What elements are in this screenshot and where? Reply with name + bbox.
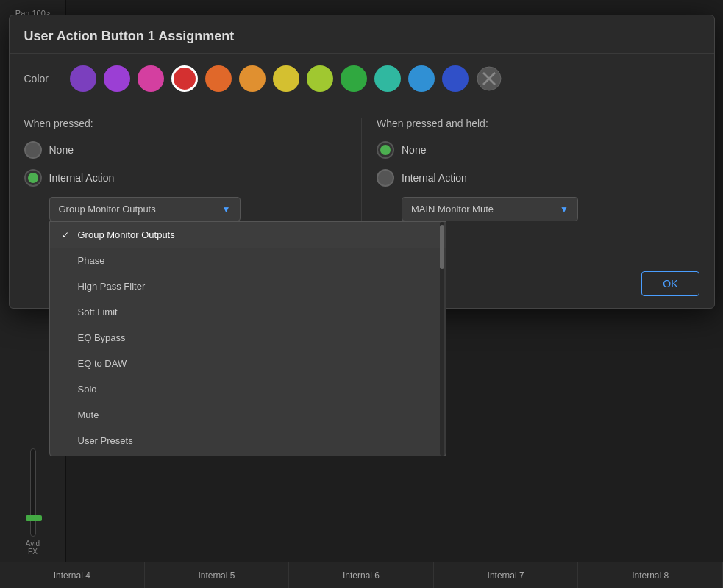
color-swatch-amber[interactable] xyxy=(239,65,266,92)
dropdown-item[interactable]: Mute xyxy=(50,402,446,428)
dropdown-item[interactable]: Solo xyxy=(50,376,446,402)
color-swatch-yellow[interactable] xyxy=(273,65,299,92)
when-pressed-column: When pressed: None Internal Action Group… xyxy=(24,118,363,296)
pressed-dropdown-button[interactable]: Group Monitor Outputs ▼ xyxy=(49,197,241,221)
held-dropdown-container: MAIN Monitor Mute ▼ xyxy=(402,197,699,221)
dropdown-item-label: EQ to DAW xyxy=(78,358,127,369)
color-swatch-purple1[interactable] xyxy=(70,65,96,92)
color-swatch-yellow-green[interactable] xyxy=(307,65,333,92)
dropdown-item-label: Soft Limit xyxy=(78,306,118,318)
dropdown-item-label: Solo xyxy=(78,384,97,395)
pressed-internal-action-radio[interactable] xyxy=(24,169,42,187)
bottom-tab-internal-6[interactable]: Internal 6 xyxy=(289,562,434,589)
dropdown-item[interactable]: Soft Limit xyxy=(50,299,446,325)
held-dropdown-value: MAIN Monitor Mute xyxy=(411,204,494,215)
dialog-body: Color When pressed: None Internal Action xyxy=(10,54,714,308)
held-internal-action-radio[interactable] xyxy=(377,169,394,187)
pressed-dropdown-value: Group Monitor Outputs xyxy=(59,204,156,215)
color-swatch-purple2[interactable] xyxy=(104,65,130,92)
assignment-dialog: User Action Button 1 Assignment Color Wh… xyxy=(9,15,715,309)
pressed-internal-action-label: Internal Action xyxy=(49,172,115,184)
ok-button[interactable]: OK xyxy=(641,271,699,296)
color-swatch-teal[interactable] xyxy=(374,65,401,92)
color-swatch-red[interactable] xyxy=(171,65,198,92)
held-none-label: None xyxy=(402,144,426,156)
held-dropdown-arrow: ▼ xyxy=(560,204,569,215)
dropdown-item[interactable]: User Presets xyxy=(50,428,446,453)
dropdown-item-label: Mute xyxy=(78,409,99,420)
color-swatch-indigo[interactable] xyxy=(442,65,469,92)
pressed-none-option[interactable]: None xyxy=(24,141,347,159)
held-none-option[interactable]: None xyxy=(377,141,699,159)
color-swatches xyxy=(70,65,502,92)
dropdown-scrollbar[interactable] xyxy=(440,222,444,456)
dropdown-item[interactable]: High Pass Filter xyxy=(50,273,446,299)
dropdown-item-check: ✓ xyxy=(62,230,72,240)
held-none-radio[interactable] xyxy=(377,141,394,159)
svg-point-0 xyxy=(477,67,501,90)
held-internal-action-label: Internal Action xyxy=(402,172,467,184)
two-column-section: When pressed: None Internal Action Group… xyxy=(24,107,699,296)
pressed-internal-action-option[interactable]: Internal Action xyxy=(24,169,347,187)
dropdown-item[interactable]: ✓Group Monitor Outputs xyxy=(50,222,446,248)
held-dropdown-button[interactable]: MAIN Monitor Mute ▼ xyxy=(402,197,578,221)
dialog-title: User Action Button 1 Assignment xyxy=(10,15,714,54)
dropdown-item-label: User Presets xyxy=(78,435,133,446)
pressed-dropdown-arrow: ▼ xyxy=(222,204,231,215)
color-swatch-blue[interactable] xyxy=(408,65,435,92)
color-swatch-orange[interactable] xyxy=(205,65,232,92)
dropdown-items-container: ✓Group Monitor OutputsPhaseHigh Pass Fil… xyxy=(50,222,446,456)
held-internal-action-option[interactable]: Internal Action xyxy=(377,169,699,187)
bottom-tab-internal-7[interactable]: Internal 7 xyxy=(434,562,579,589)
dropdown-item[interactable]: EQ Bypass xyxy=(50,325,446,351)
bottom-tab-internal-8[interactable]: Internal 8 xyxy=(578,562,723,589)
bottom-tabs-container: Internal 4Internal 5Internal 6Internal 7… xyxy=(0,562,723,589)
dropdown-item[interactable]: Phase xyxy=(50,248,446,273)
bottom-tabs: Internal 4Internal 5Internal 6Internal 7… xyxy=(0,562,723,588)
pressed-none-radio[interactable] xyxy=(24,141,42,159)
dropdown-item[interactable]: EQ to DAW xyxy=(50,351,446,376)
dialog-overlay: User Action Button 1 Assignment Color Wh… xyxy=(0,0,723,562)
dropdown-item-label: Phase xyxy=(78,255,105,266)
color-swatch-disabled[interactable] xyxy=(476,65,502,92)
dropdown-scrollthumb[interactable] xyxy=(440,225,444,269)
color-row: Color xyxy=(24,65,699,92)
color-swatch-pink[interactable] xyxy=(138,65,164,92)
pressed-dropdown-menu: ✓Group Monitor OutputsPhaseHigh Pass Fil… xyxy=(49,221,446,456)
dropdown-item-label: High Pass Filter xyxy=(78,281,146,292)
when-pressed-header: When pressed: xyxy=(24,118,347,129)
color-swatch-green[interactable] xyxy=(341,65,367,92)
dropdown-item[interactable]: Preferences xyxy=(50,453,446,456)
pressed-dropdown-container: Group Monitor Outputs ▼ ✓Group Monitor O… xyxy=(49,197,347,221)
pressed-none-label: None xyxy=(49,144,74,156)
bottom-tab-internal-4[interactable]: Internal 4 xyxy=(0,562,145,589)
color-label: Color xyxy=(24,73,61,85)
when-held-header: When pressed and held: xyxy=(377,118,699,129)
dropdown-item-label: EQ Bypass xyxy=(78,332,126,343)
bottom-tab-internal-5[interactable]: Internal 5 xyxy=(145,562,290,589)
dropdown-item-label: Group Monitor Outputs xyxy=(78,229,175,240)
